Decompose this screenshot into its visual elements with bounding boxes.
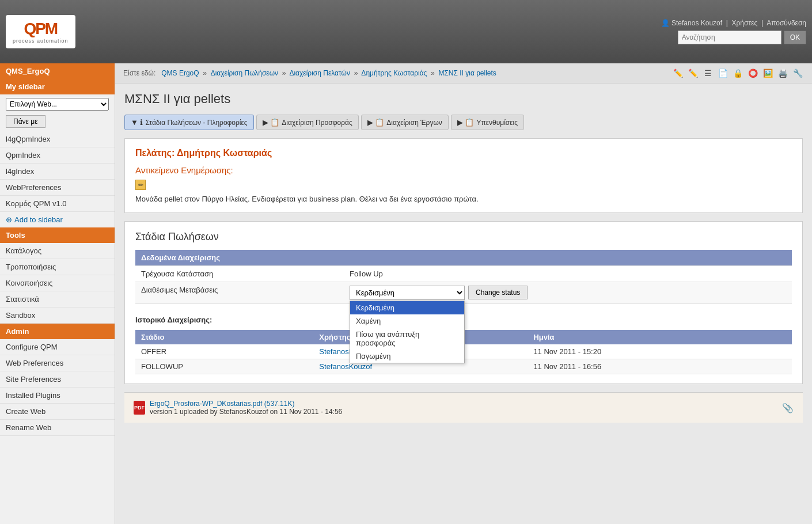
- tab-reminders-label: Υπενθυμίσεις: [476, 119, 518, 127]
- attachment-version: version 1 uploaded by StefanosKouzof on …: [150, 408, 342, 416]
- attachment-item: PDF ErgoQ_Prosfora-WP_DKostarias.pdf (53…: [134, 400, 794, 416]
- tab-info-icon: ▼ ℹ: [131, 118, 143, 127]
- breadcrumb-link-customers[interactable]: Διαχείριση Πελατών: [289, 69, 350, 77]
- attachment-bar: PDF ErgoQ_Prosfora-WP_DKostarias.pdf (53…: [124, 392, 803, 423]
- tab-sales-info-label: Στάδια Πωλήσεων - Πληροφορίες: [145, 119, 247, 127]
- plus-icon: ⊕: [6, 215, 12, 224]
- search-button[interactable]: OK: [784, 31, 806, 44]
- search-input[interactable]: [678, 31, 781, 44]
- sidebar-item-katalogos[interactable]: Κατάλογος: [0, 243, 115, 259]
- image-icon[interactable]: 🖼️: [761, 67, 774, 79]
- status-select[interactable]: Κερδισμένη Χαμένη Πίσω για ανάπτυξη προσ…: [350, 286, 465, 300]
- sidebar-item-create-web[interactable]: Create Web: [0, 404, 115, 420]
- history-row-1-user-link[interactable]: StefanosKouzof: [319, 362, 372, 371]
- layout: QMS_ErgoQ My sidebar Επιλογή Web... Πάνε…: [0, 63, 812, 524]
- sales-stage-title: Στάδια Πωλήσεων: [135, 231, 792, 243]
- attachment-filename: ErgoQ_Prosfora-WP_DKostarias.pdf (537.11…: [150, 400, 342, 408]
- dropdown-item-xameni[interactable]: Χαμένη: [350, 314, 464, 328]
- tab-offers-label: Διαχείριση Προσφοράς: [282, 119, 352, 127]
- tab-offers[interactable]: ▶ 📋 Διαχείριση Προσφοράς: [256, 115, 359, 130]
- page-content: ΜΣΝΣ ΙΙ για pellets ▼ ℹ Στάδια Πωλήσεων …: [115, 83, 812, 431]
- breadcrumb-link-sales[interactable]: Διαχείριση Πωλήσεων: [211, 69, 278, 77]
- sidebar-web-dropdown-row: Επιλογή Web...: [0, 94, 115, 114]
- sidebar-item-site-preferences[interactable]: Site Preferences: [0, 371, 115, 388]
- status-row: Κερδισμένη Χαμένη Πίσω για ανάπτυξη προσ…: [350, 286, 786, 300]
- edit-icon[interactable]: ✏️: [671, 67, 684, 79]
- user-name-link[interactable]: Stefanos Kouzof: [671, 19, 722, 27]
- customer-label: Πελάτης: Δημήτρης Κωσταριάς: [135, 148, 792, 158]
- breadcrumb-bar: Είστε εδώ: QMS ErgoQ » Διαχείριση Πωλήσε…: [115, 63, 812, 83]
- sidebar-add-to-sidebar[interactable]: ⊕ Add to sidebar: [0, 212, 115, 227]
- breadcrumb-link-customer[interactable]: Δημήτρης Κωσταριάς: [361, 69, 427, 77]
- search-bar: OK: [678, 31, 806, 44]
- attach-manage-icon[interactable]: 📎: [782, 403, 794, 413]
- breadcrumb-link-current[interactable]: ΜΣΝΣ ΙΙ για pellets: [438, 69, 496, 77]
- breadcrumb-prefix: Είστε εδώ:: [123, 69, 155, 77]
- sidebar-section-tools: Tools: [0, 227, 115, 243]
- history-row-1-stage: FOLLOWUP: [135, 359, 313, 374]
- tab-projects-label: Διαχείριση Έργων: [386, 119, 442, 127]
- sidebar-item-tropopoiiseis[interactable]: Τροποποιήσεις: [0, 259, 115, 275]
- tab-projects[interactable]: ▶ 📋 Διαχείριση Έργων: [361, 115, 449, 130]
- sidebar-item-l4gqpmindex[interactable]: l4gQpmIndex: [0, 131, 115, 147]
- dropdown-popup: Κερδισμένη Χαμένη Πίσω για ανάπτυξη προσ…: [350, 301, 465, 363]
- dropdown-item-pagomeni[interactable]: Παγωμένη: [350, 350, 464, 363]
- logo-qpm-text: QPM: [24, 20, 57, 38]
- sidebar-go-button[interactable]: Πάνε με: [6, 115, 45, 128]
- tab-reminders[interactable]: ▶ 📋 Υπενθυμίσεις: [451, 115, 524, 130]
- history-col-date: Ημνία: [528, 330, 792, 344]
- logo: QPM process automation: [6, 15, 75, 48]
- history-row-1-date: 11 Nov 2011 - 16:56: [528, 359, 792, 374]
- sidebar-item-installed-plugins[interactable]: Installed Plugins: [0, 388, 115, 404]
- tab-sales-info[interactable]: ▼ ℹ Στάδια Πωλήσεων - Πληροφορίες: [124, 115, 254, 130]
- dropdown-item-kerdismeni[interactable]: Κερδισμένη: [350, 301, 464, 314]
- sidebar-item-web-preferences[interactable]: Web Preferences: [0, 355, 115, 371]
- breadcrumb-link-qms[interactable]: QMS ErgoQ: [161, 69, 199, 77]
- history-row-0-stage: OFFER: [135, 344, 313, 359]
- sidebar-item-kormos[interactable]: Κορμός QPM v1.0: [0, 196, 115, 212]
- edit2-icon[interactable]: ✏️: [686, 67, 699, 79]
- toolbar-icons: ✏️ ✏️ ☰ 📄 🔒 ⭕ 🖼️ 🖨️ 🔧: [671, 67, 804, 79]
- sidebar-item-configure-qpm[interactable]: Configure QPM: [0, 339, 115, 355]
- text-icon[interactable]: 📄: [716, 67, 729, 79]
- note-text: Μονάδα pellet στον Πύργο Ηλείας. Ενδιαφέ…: [135, 195, 792, 203]
- sidebar-item-l4gindex[interactable]: l4gIndex: [0, 164, 115, 180]
- breadcrumb: Είστε εδώ: QMS ErgoQ » Διαχείριση Πωλήσε…: [123, 69, 496, 77]
- main-content: Είστε εδώ: QMS ErgoQ » Διαχείριση Πωλήσε…: [115, 63, 812, 524]
- users-link[interactable]: Χρήστες: [732, 19, 758, 27]
- current-status-value: Follow Up: [344, 266, 792, 282]
- page-title: ΜΣΝΣ ΙΙ για pellets: [124, 92, 803, 107]
- dropdown-item-pisw[interactable]: Πίσω για ανάπτυξη προσφοράς: [350, 328, 464, 350]
- logo-sub-text: process automation: [13, 38, 69, 44]
- pdf-icon: PDF: [134, 401, 145, 415]
- sidebar-item-statistika[interactable]: Στατιστικά: [0, 291, 115, 307]
- sidebar-section-my: My sidebar: [0, 79, 115, 94]
- sidebar-section-qms: QMS_ErgoQ: [0, 63, 115, 79]
- attachment-info: ErgoQ_Prosfora-WP_DKostarias.pdf (537.11…: [150, 400, 342, 416]
- user-bar: 👤 Stefanos Kouzof | Χρήστες | Αποσύνδεση: [661, 19, 806, 27]
- sidebar-item-koinopoiiseis[interactable]: Κοινοποιήσεις: [0, 275, 115, 291]
- sidebar-item-qpmindex[interactable]: QpmIndex: [0, 147, 115, 164]
- update-label: Αντικείμενο Ενημέρωσης:: [135, 165, 792, 175]
- sidebar-item-sandbox[interactable]: Sandbox: [0, 307, 115, 324]
- change-status-button[interactable]: Change status: [468, 286, 528, 299]
- logout-link[interactable]: Αποσύνδεση: [767, 19, 806, 27]
- sidebar-item-webpreferences[interactable]: WebPreferences: [0, 180, 115, 196]
- circle-icon[interactable]: ⭕: [746, 67, 759, 79]
- note-edit-icon[interactable]: ✏: [135, 180, 146, 190]
- list-icon[interactable]: ☰: [701, 67, 714, 79]
- data-management-header: Δεδομένα Διαχείρισης: [135, 250, 792, 266]
- content-section: Πελάτης: Δημήτρης Κωσταριάς Αντικείμενο …: [124, 138, 803, 213]
- sidebar-item-rename-web[interactable]: Rename Web: [0, 420, 115, 436]
- sidebar-web-select[interactable]: Επιλογή Web...: [6, 98, 109, 111]
- printer-icon[interactable]: 🖨️: [776, 67, 789, 79]
- available-transitions-label: Διαθέσιμες Μεταβάσεις: [135, 282, 344, 304]
- sidebar-go-row: Πάνε με: [0, 114, 115, 131]
- lock-icon[interactable]: 🔒: [731, 67, 744, 79]
- transitions-cell: Κερδισμένη Χαμένη Πίσω για ανάπτυξη προσ…: [344, 282, 792, 304]
- attachment-link[interactable]: ErgoQ_Prosfora-WP_DKostarias.pdf (537.11…: [150, 400, 294, 408]
- tab-reminders-icon: ▶ 📋: [457, 118, 475, 127]
- tab-projects-icon: ▶ 📋: [367, 118, 385, 127]
- wrench-icon[interactable]: 🔧: [791, 67, 804, 79]
- table-row-transitions: Διαθέσιμες Μεταβάσεις Κερδισμένη Χαμένη …: [135, 282, 792, 304]
